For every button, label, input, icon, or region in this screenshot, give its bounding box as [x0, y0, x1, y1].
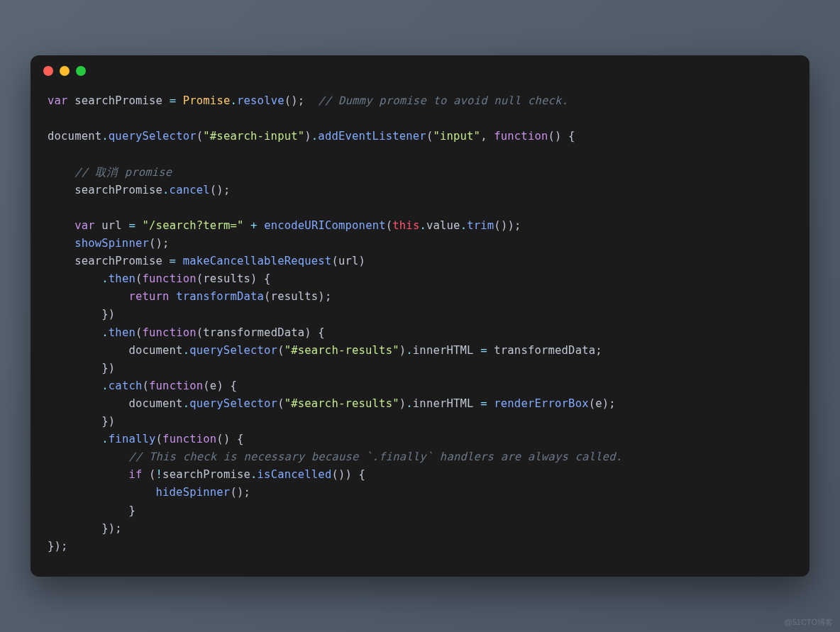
code-token: !: [156, 468, 163, 481]
code-token: catch: [109, 379, 143, 392]
code-token: [162, 94, 170, 107]
code-token: [487, 397, 494, 410]
code-token: querySelector: [109, 130, 197, 143]
code-token: if: [128, 468, 142, 481]
code-token: (: [426, 130, 433, 143]
code-token: (: [331, 255, 338, 267]
code-token: [474, 344, 481, 357]
code-token: .: [101, 379, 109, 392]
code-token: ) {: [250, 272, 271, 285]
code-token: searchPromise: [162, 468, 250, 481]
code-token: url: [101, 219, 122, 232]
code-token: function: [143, 326, 197, 339]
code-token: ());: [494, 219, 521, 232]
code-token: .: [406, 397, 413, 410]
code-token: [48, 397, 128, 410]
code-token: .: [183, 397, 190, 410]
code-token: function: [494, 130, 548, 143]
code-token: });: [48, 522, 122, 535]
code-token: .: [311, 130, 319, 143]
code-token: document: [128, 397, 182, 410]
code-token: (: [197, 272, 204, 285]
code-token: (: [156, 433, 163, 445]
code-token: results: [271, 290, 319, 303]
code-token: searchPromise: [74, 94, 162, 107]
code-token: ): [359, 255, 366, 267]
code-token: =: [128, 219, 136, 232]
code-token: return: [128, 290, 169, 303]
code-token: value: [426, 219, 460, 232]
code-token: () {: [548, 130, 575, 143]
code-token: .: [101, 272, 109, 285]
code-token: [170, 290, 177, 303]
code-token: (: [197, 130, 204, 143]
code-token: addEventListener: [318, 130, 426, 143]
code-token: searchPromise: [74, 255, 162, 267]
code-token: [48, 468, 128, 481]
code-token: "#search-results": [284, 397, 399, 410]
close-icon[interactable]: [43, 66, 53, 76]
code-token: function: [143, 272, 197, 285]
code-token: cancel: [170, 184, 210, 196]
code-token: [176, 255, 183, 267]
code-token: .: [250, 468, 258, 481]
code-token: );: [318, 290, 331, 303]
code-token: document: [128, 344, 182, 357]
code-token: hideSpinner: [156, 486, 231, 499]
code-token: .: [101, 433, 109, 445]
code-token: results: [203, 272, 250, 285]
code-token: [48, 344, 128, 357]
code-token: [136, 219, 143, 232]
code-token: [48, 326, 101, 339]
code-token: then: [109, 272, 136, 285]
code-token: ();: [210, 184, 231, 196]
code-token: "#search-input": [203, 130, 304, 143]
titlebar: [31, 55, 809, 87]
code-token: ) {: [216, 379, 237, 392]
code-token: url: [338, 255, 359, 267]
code-token: ();: [149, 237, 170, 250]
code-token: ();: [284, 94, 319, 107]
code-token: .: [162, 184, 170, 196]
code-token: +: [250, 219, 258, 232]
code-token: =: [170, 94, 177, 107]
code-token: (: [203, 379, 210, 392]
code-token: [487, 344, 494, 357]
code-token: "#search-results": [284, 344, 399, 357]
code-token: .: [419, 219, 426, 232]
code-token: [48, 219, 74, 232]
code-token: .: [183, 344, 190, 357]
code-token: ): [399, 344, 407, 357]
code-token: .: [101, 326, 109, 339]
code-token: [48, 379, 101, 392]
code-token: transformedData: [203, 326, 304, 339]
code-token: (: [142, 379, 149, 392]
code-token: [48, 486, 156, 499]
code-token: .: [460, 219, 468, 232]
code-token: // This check is necessary because `.fin…: [128, 450, 622, 463]
minimize-icon[interactable]: [60, 66, 70, 76]
code-token: [48, 255, 74, 267]
code-token: finally: [109, 433, 156, 445]
code-token: "/search?term=": [143, 219, 244, 232]
code-token: showSpinner: [74, 237, 149, 250]
code-token: querySelector: [189, 344, 277, 357]
code-token: ) {: [304, 326, 325, 339]
code-token: then: [109, 326, 136, 339]
code-token: renderErrorBox: [494, 397, 588, 410]
code-token: =: [170, 255, 177, 267]
code-token: searchPromise: [74, 184, 162, 196]
code-token: });: [48, 540, 68, 553]
code-token: innerHTML: [413, 344, 474, 357]
code-token: () {: [216, 433, 243, 445]
zoom-icon[interactable]: [76, 66, 86, 76]
code-token: }): [48, 415, 115, 428]
code-token: [48, 433, 101, 445]
code-token: [95, 219, 102, 232]
code-token: [48, 272, 101, 285]
code-token: e: [595, 397, 602, 410]
code-token: [244, 219, 251, 232]
code-token: transformedData: [494, 344, 595, 357]
code-token: Promise: [183, 94, 231, 107]
code-token: (: [277, 344, 284, 357]
